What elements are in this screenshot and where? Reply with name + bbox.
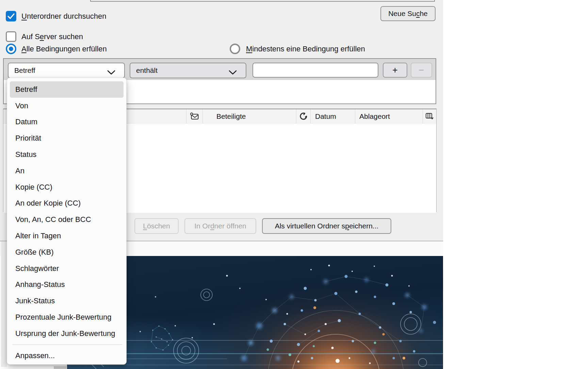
checkmark-icon — [6, 11, 16, 21]
menu-item-label: Anpassen... — [15, 351, 55, 360]
label-post: lle Bedingungen erfüllen — [27, 45, 107, 53]
column-label: Ablageort — [359, 112, 390, 121]
menu-item-label: Von — [15, 101, 28, 110]
match-any-label: Mindestens eine Bedingung erfüllen — [246, 44, 365, 54]
search-subfolders-label: Unterordner durchsuchen — [21, 11, 106, 21]
menu-item-label: Betreff — [15, 85, 37, 94]
menu-item-von-an-cc-bcc[interactable]: Von, An, CC oder BCC — [10, 211, 124, 228]
envelope-icon — [190, 112, 199, 121]
menu-item-anpassen[interactable]: Anpassen... — [10, 348, 124, 364]
menu-item-an-oder-kopie[interactable]: An oder Kopie (CC) — [10, 195, 124, 212]
menu-item-label: Status — [15, 150, 36, 159]
label-post: he — [420, 10, 427, 18]
menu-item-label: Ursprung der Junk-Bewertung — [15, 329, 115, 338]
column-header-date[interactable]: Datum — [310, 109, 355, 123]
menu-item-kopie-cc[interactable]: Kopie (CC) — [10, 179, 124, 195]
menu-item-label: Kopie (CC) — [15, 183, 52, 192]
column-header-message-status[interactable] — [186, 109, 202, 123]
minus-icon: − — [419, 65, 424, 76]
menu-item-label: Schlagwörter — [15, 264, 59, 273]
chevron-down-icon — [229, 68, 237, 77]
menu-item-label: Alter in Tagen — [15, 231, 61, 240]
radio-dot — [9, 47, 13, 51]
label-accesskey: M — [246, 45, 252, 53]
column-label: Beteiligte — [216, 112, 246, 121]
search-on-server-checkbox[interactable] — [6, 31, 16, 42]
label-accesskey: c — [416, 10, 420, 18]
new-search-button[interactable]: Neue Suche — [380, 6, 436, 21]
label-accesskey: L — [143, 222, 147, 230]
save-virtual-folder-button[interactable]: Als virtuellen Ordner speichern... — [262, 218, 391, 234]
menu-item-label: Datum — [15, 117, 37, 126]
menu-item-status[interactable]: Status — [10, 146, 124, 163]
label-pre: Neue Su — [388, 10, 416, 18]
menu-item-label: An oder Kopie (CC) — [15, 199, 81, 208]
menu-item-prioritaet[interactable]: Priorität — [10, 130, 124, 146]
label-accesskey: p — [345, 222, 349, 230]
menu-item-label: Anhang-Status — [15, 280, 65, 289]
label-post: rver suchen — [44, 32, 83, 41]
menu-item-datum[interactable]: Datum — [10, 114, 124, 130]
menu-item-an[interactable]: An — [10, 163, 124, 179]
open-in-folder-button[interactable]: In Ordner öffnen — [184, 218, 256, 234]
menu-item-prozentuale-junk-bewertung[interactable]: Prozentuale Junk-Bewertung — [10, 309, 124, 325]
menu-item-label: An — [15, 166, 24, 175]
menu-item-anhang-status[interactable]: Anhang-Status — [10, 277, 124, 293]
menu-item-betreff[interactable]: Betreff — [10, 81, 124, 98]
menu-item-alter-in-tagen[interactable]: Alter in Tagen — [10, 228, 124, 244]
add-condition-button[interactable]: + — [383, 63, 407, 78]
label-post: öschen — [147, 222, 170, 230]
menu-item-label: Größe (KB) — [15, 248, 53, 257]
window-edge-sliver — [1, 241, 7, 367]
label-post: indestens eine Bedingung erfüllen — [252, 45, 365, 53]
label-accesskey: d — [210, 222, 214, 230]
column-header-participants[interactable]: Beteiligte — [202, 109, 296, 123]
search-attribute-value: Betreff — [14, 66, 35, 75]
label-post: ner öffnen — [214, 222, 246, 230]
column-picker-icon — [425, 112, 434, 120]
search-value-input[interactable] — [252, 63, 378, 78]
menu-item-junk-status[interactable]: Junk-Status — [10, 293, 124, 309]
label-post: eichern... — [349, 222, 378, 230]
chevron-down-icon — [107, 68, 115, 77]
match-all-radio[interactable] — [6, 44, 16, 54]
column-header-location[interactable]: Ablageort — [355, 109, 423, 123]
delete-button[interactable]: Löschen — [134, 218, 179, 234]
cutoff-control-edge — [90, 0, 435, 2]
label-accesskey: e — [40, 32, 44, 41]
remove-condition-button[interactable]: − — [411, 63, 432, 78]
menu-separator — [12, 344, 122, 345]
label-pre: Auf S — [21, 32, 40, 41]
menu-item-label: Junk-Status — [15, 296, 55, 305]
plus-icon: + — [392, 65, 398, 76]
menu-item-label: Von, An, CC oder BCC — [15, 215, 91, 224]
column-picker-button[interactable] — [423, 109, 436, 123]
search-subfolders-checkbox[interactable] — [6, 11, 16, 21]
menu-item-label: Priorität — [15, 134, 41, 143]
label-post: nterordner durchsuchen — [27, 12, 107, 20]
menu-item-von[interactable]: Von — [10, 98, 124, 114]
background-window-fragment — [54, 366, 67, 369]
thread-icon — [299, 112, 308, 121]
column-label: Datum — [315, 112, 336, 121]
search-attribute-select[interactable]: Betreff — [8, 63, 125, 78]
menu-item-schlagwoerter[interactable]: Schlagwörter — [10, 260, 124, 277]
column-header-thread[interactable] — [296, 109, 310, 123]
search-on-server-label: Auf Server suchen — [21, 31, 83, 42]
label-pre: Als virtuellen Ordner s — [275, 222, 345, 230]
label-pre: In Or — [194, 222, 210, 230]
match-all-label: Alle Bedingungen erfüllen — [21, 44, 107, 54]
menu-item-groesse-kb[interactable]: Größe (KB) — [10, 244, 124, 260]
attribute-dropdown-menu: Betreff Von Datum Priorität Status An Ko… — [7, 78, 127, 365]
label-accesskey: A — [21, 45, 27, 53]
label-accesskey: U — [21, 12, 27, 20]
search-operator-select[interactable]: enthält — [130, 63, 246, 78]
menu-item-ursprung-der-junk-bewertung[interactable]: Ursprung der Junk-Bewertung — [10, 325, 124, 342]
menu-item-label: Prozentuale Junk-Bewertung — [15, 313, 112, 322]
search-operator-value: enthält — [136, 66, 158, 75]
match-any-radio[interactable] — [230, 44, 240, 54]
